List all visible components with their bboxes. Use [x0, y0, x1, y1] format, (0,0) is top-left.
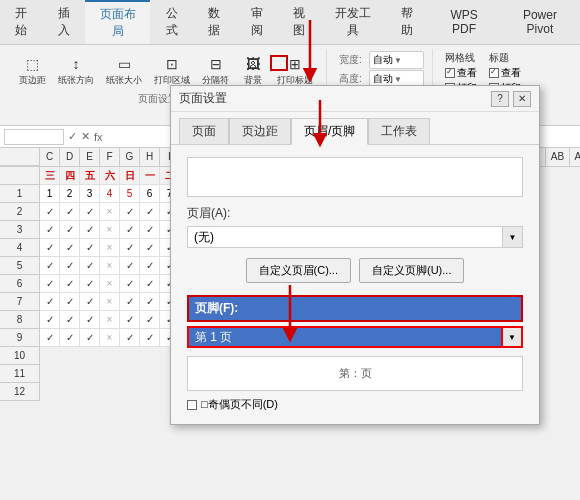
dialog-tab-margins[interactable]: 页边距 [229, 118, 291, 144]
header-input[interactable] [187, 226, 503, 248]
dialog-buttons-row: 自定义页眉(C)... 自定义页脚(U)... [187, 258, 523, 283]
background-icon: 🖼 [241, 54, 265, 74]
dialog-close-btn[interactable]: ✕ [513, 91, 531, 107]
tab-start[interactable]: 开始 [0, 0, 43, 44]
cell-r0-c5: ✓ [140, 203, 160, 221]
header-section-label: 页眉(A): [187, 205, 523, 222]
cell-r2-c5: ✓ [140, 239, 160, 257]
size-icon: ▭ [112, 54, 136, 74]
rh-3: 2 [0, 203, 39, 221]
scale-width-dropdown[interactable]: 自动 ▼ [369, 51, 424, 69]
col-h: H [140, 148, 160, 166]
gridlines-view-item[interactable]: 查看 [445, 66, 477, 80]
print-titles-icon: ⊞ [283, 54, 307, 74]
col-d: D [60, 148, 80, 166]
tab-data[interactable]: 数据 [193, 0, 236, 44]
header-dropdown-btn[interactable]: ▼ [503, 226, 523, 248]
tab-review[interactable]: 审阅 [235, 0, 278, 44]
orientation-icon: ↕ [64, 54, 88, 74]
headings-view-item[interactable]: 查看 [489, 66, 521, 80]
cell-r0-c0: ✓ [40, 203, 60, 221]
cell-r3-c2: ✓ [80, 257, 100, 275]
col-ac: AC [570, 148, 580, 166]
footer-input[interactable] [187, 326, 503, 348]
cell-r1-c5: ✓ [140, 221, 160, 239]
tab-developer[interactable]: 开发工具 [321, 0, 386, 44]
cell-r3-c4: ✓ [120, 257, 140, 275]
dialog-help-btn[interactable]: ? [491, 91, 509, 107]
day-日1: 日 [120, 167, 140, 185]
tab-insert[interactable]: 插入 [43, 0, 86, 44]
dialog-tabs: 页面 页边距 页眉/页脚 工作表 [171, 112, 539, 145]
date-5: 5 [120, 185, 140, 203]
rh-1 [0, 167, 39, 185]
scale-width-arrow: ▼ [394, 56, 402, 65]
cell-r0-c1: ✓ [60, 203, 80, 221]
tab-wps-pdf[interactable]: WPS PDF [428, 0, 499, 44]
headings-view-cb [489, 68, 499, 78]
scale-width-value: 自动 [373, 53, 393, 67]
day-四: 四 [60, 167, 80, 185]
cell-r2-c3: × [100, 239, 120, 257]
name-box[interactable] [4, 129, 64, 145]
tab-page-layout[interactable]: 页面布局 [85, 0, 150, 44]
cell-r1-c1: ✓ [60, 221, 80, 239]
odd-even-label: □奇偶页不同(D) [201, 397, 278, 412]
tab-power-pivot[interactable]: Power Pivot [500, 0, 580, 44]
col-c: C [40, 148, 60, 166]
cell-r5-c3: × [100, 293, 120, 311]
cell-r7-c2: ✓ [80, 329, 100, 347]
cell-r1-c4: ✓ [120, 221, 140, 239]
footer-preview-text: 第：页 [339, 366, 372, 381]
cell-r5-c2: ✓ [80, 293, 100, 311]
btn-size[interactable]: ▭ 纸张大小 [101, 51, 147, 90]
rh-12: 11 [0, 365, 39, 383]
btn-margins-label: 页边距 [19, 74, 46, 87]
fx-icon: ✓ [68, 130, 77, 143]
scale-height-label: 高度: [339, 72, 367, 86]
ribbon-tabs: 开始 插入 页面布局 公式 数据 审阅 视图 开发工具 帮助 WPS PDF P… [0, 0, 580, 45]
cell-r7-c3: × [100, 329, 120, 347]
cell-r3-c5: ✓ [140, 257, 160, 275]
footer-dropdown-btn[interactable]: ▼ [503, 326, 523, 348]
date-4: 4 [100, 185, 120, 203]
gridlines-view-label: 查看 [457, 66, 477, 80]
odd-even-checkbox-row[interactable]: □奇偶页不同(D) [187, 397, 523, 412]
rh-5: 4 [0, 239, 39, 257]
btn-size-label: 纸张大小 [106, 74, 142, 87]
scale-height-value: 自动 [373, 72, 393, 86]
custom-header-btn[interactable]: 自定义页眉(C)... [246, 258, 351, 283]
cell-r1-c3: × [100, 221, 120, 239]
tab-help[interactable]: 帮助 [386, 0, 429, 44]
date-3: 3 [80, 185, 100, 203]
footer-container: 页脚(F): ▼ [187, 295, 523, 348]
cell-r5-c1: ✓ [60, 293, 80, 311]
cell-r5-c5: ✓ [140, 293, 160, 311]
cell-r2-c2: ✓ [80, 239, 100, 257]
gridlines-label: 网格线 [445, 51, 477, 65]
dialog-tab-header-footer[interactable]: 页眉/页脚 [291, 118, 368, 145]
dialog-tab-page[interactable]: 页面 [179, 118, 229, 144]
corner-cell [0, 148, 40, 166]
btn-orientation[interactable]: ↕ 纸张方向 [53, 51, 99, 90]
footer-input-row: ▼ [187, 326, 523, 348]
cell-r4-c1: ✓ [60, 275, 80, 293]
tab-formula[interactable]: 公式 [150, 0, 193, 44]
cell-r6-c5: ✓ [140, 311, 160, 329]
header-preview [187, 157, 523, 197]
tab-view[interactable]: 视图 [278, 0, 321, 44]
cell-r3-c0: ✓ [40, 257, 60, 275]
rh-7: 6 [0, 275, 39, 293]
footer-section-label: 页脚(F): [187, 295, 523, 322]
rh-11: 10 [0, 347, 39, 365]
cell-r3-c1: ✓ [60, 257, 80, 275]
scale-width-row: 宽度: 自动 ▼ [339, 51, 424, 69]
day-五: 五 [80, 167, 100, 185]
cell-r7-c5: ✓ [140, 329, 160, 347]
day-六1: 六 [100, 167, 120, 185]
margins-icon: ⬚ [21, 54, 45, 74]
dialog-tab-sheet[interactable]: 工作表 [368, 118, 430, 144]
btn-margins[interactable]: ⬚ 页边距 [14, 51, 51, 90]
custom-footer-btn[interactable]: 自定义页脚(U)... [359, 258, 464, 283]
cell-r1-c2: ✓ [80, 221, 100, 239]
